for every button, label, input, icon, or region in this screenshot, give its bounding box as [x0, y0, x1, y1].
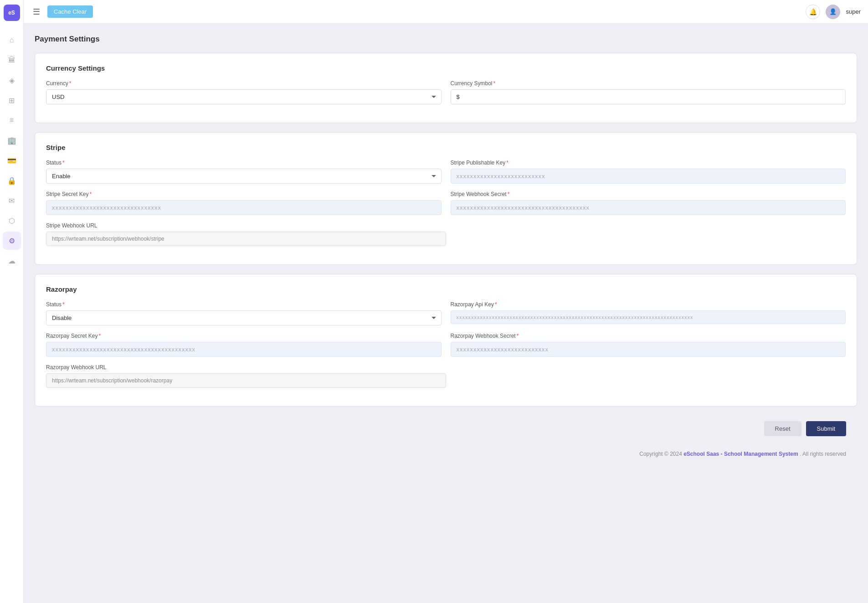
sidebar-item-puzzle[interactable]: ◈: [3, 71, 21, 89]
razorpay-row-1: Status* Disable Razorpay Api Key* xxxxxx…: [46, 301, 846, 325]
sidebar-item-share[interactable]: ⬡: [3, 211, 21, 230]
hamburger-button[interactable]: ☰: [31, 5, 42, 19]
sidebar: eS ⌂ 🏛 ◈ ⊞ ≡ 🏢 💳 🔒 ✉ ⬡ ⚙ ☁: [0, 0, 24, 603]
sidebar-item-lock[interactable]: 🔒: [3, 171, 21, 190]
stripe-row-2: Stripe Secret Key* xxxxxxxxxxxxxxxxxxxxx…: [46, 191, 846, 215]
razorpay-secret-key-value[interactable]: xxxxxxxxxxxxxxxxxxxxxxxxxxxxxxxxxxxxxxxx…: [46, 342, 442, 357]
sidebar-item-bank[interactable]: 🏛: [3, 51, 21, 69]
stripe-card: Stripe Status* Enable Stripe Publishable…: [35, 132, 857, 265]
currency-group: Currency* USD: [46, 80, 442, 104]
stripe-publishable-key-value[interactable]: xxxxxxxxxxxxxxxxxxxxxxxxxx: [451, 169, 846, 184]
razorpay-row-3: Razorpay Webhook URL https://wrteam.net/…: [46, 364, 846, 388]
submit-button[interactable]: Submit: [806, 421, 846, 436]
footer-rights: . All rights reserved: [800, 451, 846, 457]
sidebar-item-home[interactable]: ⌂: [3, 31, 21, 49]
currency-select[interactable]: USD: [46, 89, 442, 104]
currency-symbol-input[interactable]: [451, 89, 846, 104]
page-footer: Copyright © 2024 eSchool Saas - School M…: [35, 442, 857, 466]
stripe-status-group: Status* Enable: [46, 160, 442, 184]
sidebar-item-gear[interactable]: ⚙: [3, 232, 21, 250]
sidebar-logo: eS: [4, 5, 20, 21]
stripe-status-label: Status*: [46, 160, 442, 166]
currency-settings-card: Currency Settings Currency* USD Currency…: [35, 53, 857, 123]
stripe-webhook-secret-group: Stripe Webhook Secret* xxxxxxxxxxxxxxxxx…: [451, 191, 846, 215]
footer-actions: Reset Submit: [35, 416, 857, 442]
razorpay-webhook-url-label: Razorpay Webhook URL: [46, 364, 446, 371]
stripe-webhook-secret-value[interactable]: xxxxxxxxxxxxxxxxxxxxxxxxxxxxxxxxxxxxxxx: [451, 200, 846, 215]
stripe-secret-key-group: Stripe Secret Key* xxxxxxxxxxxxxxxxxxxxx…: [46, 191, 442, 215]
stripe-row-3: Stripe Webhook URL https://wrteam.net/su…: [46, 222, 846, 246]
razorpay-secret-key-group: Razorpay Secret Key* xxxxxxxxxxxxxxxxxxx…: [46, 333, 442, 357]
sidebar-item-list[interactable]: ≡: [3, 111, 21, 129]
main-content: Payment Settings Currency Settings Curre…: [24, 24, 868, 603]
stripe-secret-key-value[interactable]: xxxxxxxxxxxxxxxxxxxxxxxxxxxxxxxx: [46, 200, 442, 215]
user-name: super: [846, 8, 861, 15]
razorpay-webhook-secret-value[interactable]: xxxxxxxxxxxxxxxxxxxxxxxxxxx: [451, 342, 846, 357]
sidebar-item-plugin[interactable]: ⊞: [3, 91, 21, 109]
razorpay-api-key-label: Razorpay Api Key*: [451, 301, 846, 308]
currency-symbol-label: Currency Symbol*: [451, 80, 846, 87]
page-title: Payment Settings: [35, 35, 857, 44]
razorpay-webhook-url-value: https://wrteam.net/subscription/webhook/…: [46, 373, 446, 388]
stripe-webhook-url-value: https://wrteam.net/subscription/webhook/…: [46, 232, 446, 246]
stripe-webhook-url-group: Stripe Webhook URL https://wrteam.net/su…: [46, 222, 446, 246]
sidebar-item-cloud[interactable]: ☁: [3, 252, 21, 270]
razorpay-status-label: Status*: [46, 301, 442, 308]
razorpay-webhook-secret-label: Razorpay Webhook Secret*: [451, 333, 846, 339]
stripe-section-title: Stripe: [46, 144, 846, 151]
razorpay-card: Razorpay Status* Disable Razorpay Api Ke…: [35, 274, 857, 407]
razorpay-api-key-group: Razorpay Api Key* xxxxxxxxxxxxxxxxxxxxxx…: [451, 301, 846, 325]
reset-button[interactable]: Reset: [764, 421, 801, 436]
sidebar-item-payment[interactable]: 💳: [3, 151, 21, 170]
currency-symbol-group: Currency Symbol*: [451, 80, 846, 104]
razorpay-webhook-url-group: Razorpay Webhook URL https://wrteam.net/…: [46, 364, 446, 388]
razorpay-section-title: Razorpay: [46, 285, 846, 293]
stripe-publishable-key-label: Stripe Publishable Key*: [451, 160, 846, 166]
footer-copyright: Copyright © 2024: [639, 451, 682, 457]
razorpay-row-2: Razorpay Secret Key* xxxxxxxxxxxxxxxxxxx…: [46, 333, 846, 357]
stripe-webhook-secret-label: Stripe Webhook Secret*: [451, 191, 846, 197]
currency-section-title: Currency Settings: [46, 64, 846, 72]
stripe-status-select[interactable]: Enable: [46, 169, 442, 184]
currency-form-row: Currency* USD Currency Symbol*: [46, 80, 846, 104]
razorpay-status-select[interactable]: Disable: [46, 310, 442, 325]
stripe-row-1: Status* Enable Stripe Publishable Key* x…: [46, 160, 846, 184]
header: ☰ Cache Clear 🔔 👤 super: [24, 0, 868, 24]
footer-brand-link[interactable]: eSchool Saas - School Management System: [683, 451, 798, 457]
stripe-secret-key-label: Stripe Secret Key*: [46, 191, 442, 197]
header-right: 🔔 👤 super: [806, 5, 861, 19]
razorpay-api-key-value[interactable]: xxxxxxxxxxxxxxxxxxxxxxxxxxxxxxxxxxxxxxxx…: [451, 310, 846, 324]
razorpay-status-group: Status* Disable: [46, 301, 442, 325]
stripe-webhook-url-label: Stripe Webhook URL: [46, 222, 446, 229]
cache-clear-button[interactable]: Cache Clear: [47, 5, 93, 18]
notification-icon[interactable]: 🔔: [806, 5, 820, 19]
currency-label: Currency*: [46, 80, 442, 87]
sidebar-item-building[interactable]: 🏢: [3, 131, 21, 149]
avatar: 👤: [826, 5, 840, 19]
stripe-publishable-key-group: Stripe Publishable Key* xxxxxxxxxxxxxxxx…: [451, 160, 846, 184]
sidebar-item-email[interactable]: ✉: [3, 191, 21, 210]
razorpay-webhook-secret-group: Razorpay Webhook Secret* xxxxxxxxxxxxxxx…: [451, 333, 846, 357]
razorpay-secret-key-label: Razorpay Secret Key*: [46, 333, 442, 339]
